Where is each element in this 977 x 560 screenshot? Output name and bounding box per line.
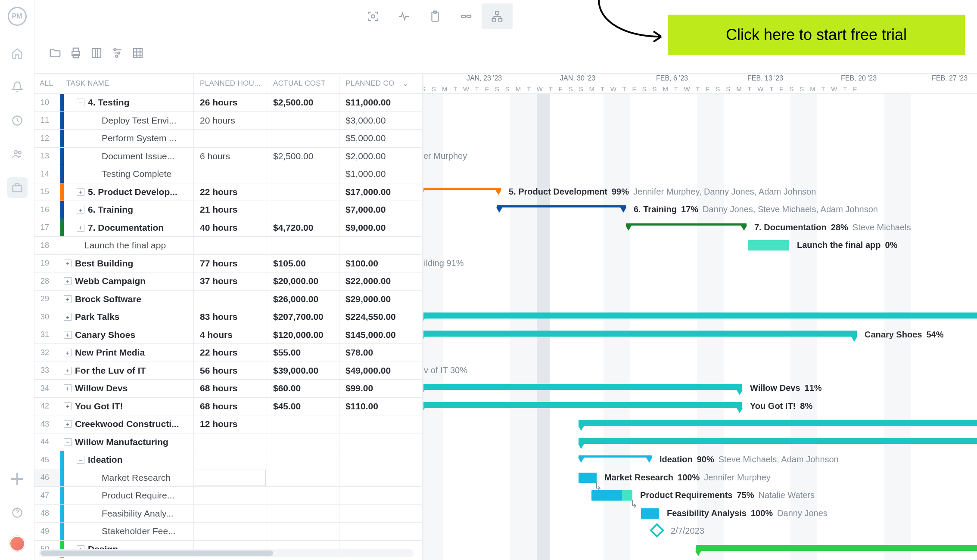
expander-icon[interactable]: + bbox=[64, 349, 72, 356]
avatar[interactable] bbox=[9, 536, 25, 551]
gantt-bar[interactable] bbox=[422, 312, 977, 322]
print-icon[interactable] bbox=[68, 45, 84, 61]
gantt-bar[interactable] bbox=[579, 473, 597, 483]
zoom-fit-icon[interactable] bbox=[358, 3, 389, 29]
grid-header: ALL TASK NAME PLANNED HOU... ACTUAL COST… bbox=[34, 73, 422, 94]
table-row[interactable]: 30+Park Talks83 hours$207,700.00$224,550… bbox=[34, 308, 422, 326]
gantt-bar[interactable] bbox=[579, 420, 977, 429]
link-icon[interactable] bbox=[451, 3, 482, 29]
expander-icon[interactable]: + bbox=[64, 367, 72, 374]
table-row[interactable]: 32+New Print Media22 hours$55.00$78.00 bbox=[34, 344, 422, 362]
clock-icon[interactable] bbox=[7, 110, 28, 131]
table-row[interactable]: 34+Willow Devs68 hours$60.00$99.00 bbox=[34, 380, 422, 398]
expander-icon[interactable]: + bbox=[77, 224, 84, 232]
dependency-arrow-icon bbox=[631, 500, 638, 511]
gantt-bar[interactable] bbox=[591, 490, 632, 501]
col-planned-hours[interactable]: PLANNED HOU... bbox=[194, 74, 267, 93]
col-all[interactable]: ALL bbox=[34, 74, 60, 93]
expander-icon[interactable]: + bbox=[77, 206, 84, 213]
svg-rect-8 bbox=[461, 15, 466, 17]
col-planned-cost[interactable]: PLANNED CO⌄ bbox=[339, 74, 413, 93]
table-row[interactable]: 19+Best Building77 hours$105.00$100.00 bbox=[34, 255, 422, 273]
columns-icon[interactable] bbox=[89, 45, 104, 61]
table-row[interactable]: 42+You Got IT!68 hours$45.00$110.00 bbox=[34, 398, 422, 416]
expander-icon[interactable]: + bbox=[64, 331, 72, 339]
expander-icon[interactable]: − bbox=[64, 438, 72, 446]
expander-icon[interactable]: + bbox=[64, 277, 72, 285]
table-row[interactable]: 47Product Require... bbox=[34, 487, 422, 505]
horizontal-scrollbar[interactable] bbox=[39, 549, 414, 557]
logo[interactable]: PM bbox=[8, 7, 27, 26]
table-row[interactable]: 43+Creekwood Constructi...12 hours bbox=[34, 415, 422, 433]
gantt-bar[interactable] bbox=[696, 545, 977, 554]
gantt-label: 7. Documentation28%Steve Michaels bbox=[754, 223, 911, 232]
table-row[interactable]: 17+7. Documentation40 hours$4,720.00$9,0… bbox=[34, 219, 422, 237]
col-task[interactable]: TASK NAME bbox=[60, 74, 194, 93]
table-row[interactable]: 49Stakeholder Fee... bbox=[34, 523, 422, 541]
table-row[interactable]: 46Market Research bbox=[34, 469, 422, 487]
gantt-timeline-header: S S M T W T F S S M T W T F S S M T W T … bbox=[423, 73, 977, 94]
chevron-down-icon[interactable]: ⌄ bbox=[402, 79, 408, 88]
filter-icon[interactable] bbox=[109, 45, 125, 61]
milestone-icon[interactable] bbox=[650, 523, 664, 538]
gantt-bar[interactable] bbox=[579, 438, 977, 447]
expander-icon[interactable]: + bbox=[64, 260, 72, 267]
table-row[interactable]: 14Testing Complete$1,000.00 bbox=[34, 165, 422, 183]
help-icon[interactable] bbox=[7, 502, 28, 523]
col-actual-cost[interactable]: ACTUAL COST bbox=[267, 74, 339, 93]
gantt-bar[interactable] bbox=[422, 331, 857, 340]
gantt-bar[interactable] bbox=[748, 240, 789, 251]
expander-icon[interactable]: − bbox=[77, 456, 84, 464]
hierarchy-icon[interactable] bbox=[482, 3, 513, 29]
gantt-bar[interactable] bbox=[497, 205, 626, 213]
gantt-bar[interactable] bbox=[626, 223, 747, 231]
grid-icon[interactable] bbox=[130, 45, 146, 61]
expander-icon[interactable]: + bbox=[64, 295, 72, 303]
table-row[interactable]: 12Perform System ...$5,000.00 bbox=[34, 130, 422, 148]
gantt-bar[interactable] bbox=[422, 384, 742, 393]
expander-icon[interactable]: + bbox=[64, 313, 72, 321]
gantt-bar[interactable] bbox=[641, 508, 659, 519]
gantt-bar[interactable] bbox=[579, 455, 652, 463]
sidebar: PM bbox=[0, 0, 34, 560]
table-row[interactable]: 48Feasibility Analy... bbox=[34, 505, 422, 523]
table-row[interactable]: 11Deploy Test Envi...20 hours$3,000.00 bbox=[34, 112, 422, 130]
expander-icon[interactable]: + bbox=[64, 384, 72, 392]
toolbar bbox=[47, 45, 146, 61]
expander-icon[interactable]: + bbox=[77, 188, 84, 196]
gantt-bar[interactable] bbox=[422, 188, 501, 195]
table-row[interactable]: 31+Canary Shoes4 hours$120,000.00$145,00… bbox=[34, 326, 422, 344]
expander-icon[interactable]: − bbox=[77, 99, 84, 106]
cell-editor[interactable] bbox=[195, 470, 266, 486]
table-row[interactable]: 13Document Issue...6 hours$2,500.00$2,00… bbox=[34, 148, 422, 166]
gantt-bar[interactable] bbox=[422, 402, 742, 411]
home-icon[interactable] bbox=[7, 43, 28, 64]
table-row[interactable]: 44−Willow Manufacturing bbox=[34, 433, 422, 452]
table-row[interactable]: 15+5. Product Develop...22 hours$17,000.… bbox=[34, 183, 422, 201]
svg-rect-12 bbox=[499, 19, 502, 21]
scrollbar-thumb[interactable] bbox=[40, 551, 273, 556]
activity-icon[interactable] bbox=[389, 3, 420, 29]
expander-icon[interactable]: + bbox=[64, 420, 72, 428]
team-icon[interactable] bbox=[7, 144, 28, 164]
folder-icon[interactable] bbox=[47, 45, 63, 61]
table-row[interactable]: 16+6. Training21 hours$7,000.00 bbox=[34, 201, 422, 219]
table-row[interactable]: 33+For the Luv of IT56 hours$39,000.00$4… bbox=[34, 362, 422, 380]
gantt-chart[interactable]: S S M T W T F S S M T W T F S S M T W T … bbox=[422, 73, 977, 560]
bell-icon[interactable] bbox=[7, 77, 28, 97]
plus-icon[interactable] bbox=[7, 469, 28, 489]
table-row[interactable]: 28+Webb Campaign37 hours$20,000.00$22,00… bbox=[34, 272, 422, 291]
gantt-label: uilding 91% bbox=[422, 258, 464, 268]
gantt-label: Ideation90%Steve Michaels, Adam Johnson bbox=[660, 455, 839, 464]
table-row[interactable]: 10−4. Testing26 hours$2,500.00$11,000.00 bbox=[34, 94, 422, 112]
table-row[interactable]: 29+Brock Software$26,000.00$29,000.00 bbox=[34, 291, 422, 309]
clipboard-icon[interactable] bbox=[420, 3, 451, 29]
table-row[interactable]: 18Launch the final app bbox=[34, 237, 422, 255]
gantt-label: ifer Murphey bbox=[422, 151, 467, 161]
gantt-label: 5. Product Development99%Jennifer Murphe… bbox=[509, 187, 816, 197]
expander-icon[interactable]: + bbox=[64, 402, 72, 410]
start-free-trial-button[interactable]: Click here to start free trial bbox=[668, 15, 965, 55]
table-row[interactable]: 45−Ideation bbox=[34, 451, 422, 469]
briefcase-icon[interactable] bbox=[7, 177, 28, 198]
gantt-label: uv of IT 30% bbox=[422, 365, 467, 375]
